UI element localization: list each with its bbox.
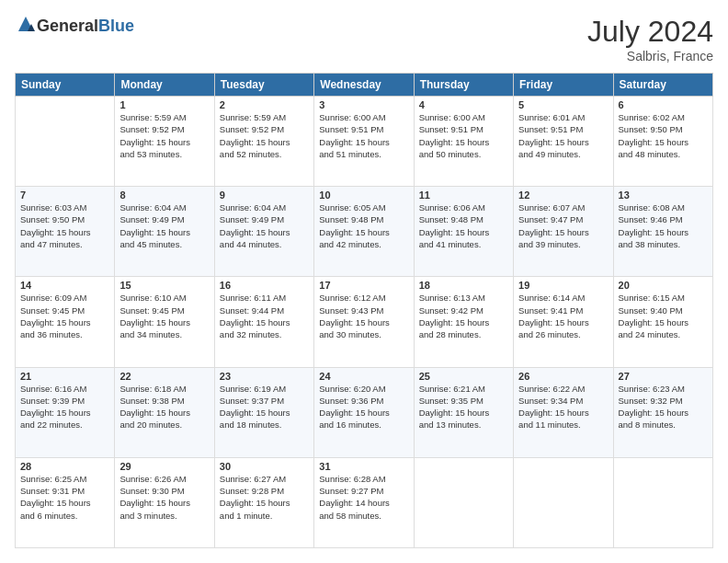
calendar-cell: 9Sunrise: 6:04 AM Sunset: 9:49 PM Daylig… (214, 187, 313, 277)
day-number: 5 (518, 99, 608, 110)
day-number: 18 (419, 280, 508, 291)
calendar-cell (514, 457, 613, 547)
location: Salbris, France (587, 49, 713, 63)
calendar-cell: 8Sunrise: 6:04 AM Sunset: 9:49 PM Daylig… (115, 187, 214, 277)
day-info: Sunrise: 5:59 AM Sunset: 9:52 PM Dayligh… (119, 111, 209, 160)
day-number: 29 (119, 461, 209, 472)
calendar-cell: 22Sunrise: 6:18 AM Sunset: 9:38 PM Dayli… (115, 367, 214, 457)
day-number: 27 (619, 371, 708, 382)
col-sunday: Sunday (16, 74, 115, 97)
day-number: 7 (20, 190, 109, 201)
day-info: Sunrise: 6:20 AM Sunset: 9:36 PM Dayligh… (319, 383, 408, 431)
day-info: Sunrise: 6:00 AM Sunset: 9:51 PM Dayligh… (419, 111, 508, 160)
calendar-cell: 16Sunrise: 6:11 AM Sunset: 9:44 PM Dayli… (214, 277, 313, 367)
col-wednesday: Wednesday (314, 74, 414, 97)
day-info: Sunrise: 6:12 AM Sunset: 9:43 PM Dayligh… (319, 292, 408, 340)
col-friday: Friday (514, 74, 613, 97)
day-number: 12 (518, 190, 608, 201)
day-number: 14 (20, 280, 109, 291)
day-info: Sunrise: 6:01 AM Sunset: 9:51 PM Dayligh… (518, 111, 608, 160)
day-info: Sunrise: 6:05 AM Sunset: 9:48 PM Dayligh… (319, 201, 408, 250)
calendar-cell: 25Sunrise: 6:21 AM Sunset: 9:35 PM Dayli… (414, 367, 513, 457)
day-number: 19 (518, 280, 608, 291)
calendar-cell (613, 457, 712, 547)
col-saturday: Saturday (613, 74, 712, 97)
month-year: July 2024 (587, 15, 713, 49)
calendar-table: Sunday Monday Tuesday Wednesday Thursday… (15, 73, 713, 548)
day-info: Sunrise: 6:27 AM Sunset: 9:28 PM Dayligh… (220, 473, 309, 522)
calendar-cell: 12Sunrise: 6:07 AM Sunset: 9:47 PM Dayli… (514, 187, 613, 277)
logo-text: General (37, 17, 98, 36)
calendar-cell: 20Sunrise: 6:15 AM Sunset: 9:40 PM Dayli… (613, 277, 712, 367)
day-info: Sunrise: 6:13 AM Sunset: 9:42 PM Dayligh… (419, 292, 508, 340)
calendar-cell: 3Sunrise: 6:00 AM Sunset: 9:51 PM Daylig… (314, 97, 414, 187)
calendar-cell: 2Sunrise: 5:59 AM Sunset: 9:52 PM Daylig… (214, 97, 313, 187)
day-number: 10 (319, 190, 408, 201)
day-number: 2 (220, 99, 309, 110)
calendar-cell: 18Sunrise: 6:13 AM Sunset: 9:42 PM Dayli… (414, 277, 513, 367)
calendar-cell: 7Sunrise: 6:03 AM Sunset: 9:50 PM Daylig… (16, 187, 115, 277)
day-number: 28 (20, 461, 109, 472)
logo-icon (15, 15, 37, 37)
day-number: 24 (319, 371, 408, 382)
calendar-week-row: 21Sunrise: 6:16 AM Sunset: 9:39 PM Dayli… (16, 367, 713, 457)
calendar-cell: 10Sunrise: 6:05 AM Sunset: 9:48 PM Dayli… (314, 187, 414, 277)
col-tuesday: Tuesday (214, 74, 313, 97)
day-number: 16 (220, 280, 309, 291)
day-number: 8 (119, 190, 209, 201)
day-number: 20 (619, 280, 708, 291)
calendar-cell: 6Sunrise: 6:02 AM Sunset: 9:50 PM Daylig… (613, 97, 712, 187)
day-number: 6 (619, 99, 708, 110)
day-info: Sunrise: 6:11 AM Sunset: 9:44 PM Dayligh… (220, 292, 309, 340)
day-number: 3 (319, 99, 408, 110)
calendar-cell: 28Sunrise: 6:25 AM Sunset: 9:31 PM Dayli… (16, 457, 115, 547)
calendar-cell: 17Sunrise: 6:12 AM Sunset: 9:43 PM Dayli… (314, 277, 414, 367)
day-info: Sunrise: 6:09 AM Sunset: 9:45 PM Dayligh… (20, 292, 109, 340)
day-info: Sunrise: 6:07 AM Sunset: 9:47 PM Dayligh… (518, 201, 608, 250)
day-info: Sunrise: 6:28 AM Sunset: 9:27 PM Dayligh… (319, 473, 408, 522)
calendar-cell: 21Sunrise: 6:16 AM Sunset: 9:39 PM Dayli… (16, 367, 115, 457)
day-info: Sunrise: 6:04 AM Sunset: 9:49 PM Dayligh… (119, 201, 209, 250)
day-info: Sunrise: 6:19 AM Sunset: 9:37 PM Dayligh… (220, 383, 309, 431)
day-number: 23 (220, 371, 309, 382)
calendar-cell: 4Sunrise: 6:00 AM Sunset: 9:51 PM Daylig… (414, 97, 513, 187)
day-info: Sunrise: 6:26 AM Sunset: 9:30 PM Dayligh… (119, 473, 209, 522)
calendar-cell: 19Sunrise: 6:14 AM Sunset: 9:41 PM Dayli… (514, 277, 613, 367)
calendar-cell: 23Sunrise: 6:19 AM Sunset: 9:37 PM Dayli… (214, 367, 313, 457)
calendar-cell: 15Sunrise: 6:10 AM Sunset: 9:45 PM Dayli… (115, 277, 214, 367)
calendar-cell: 31Sunrise: 6:28 AM Sunset: 9:27 PM Dayli… (314, 457, 414, 547)
day-info: Sunrise: 6:22 AM Sunset: 9:34 PM Dayligh… (518, 383, 608, 431)
calendar-week-row: 14Sunrise: 6:09 AM Sunset: 9:45 PM Dayli… (16, 277, 713, 367)
day-info: Sunrise: 6:21 AM Sunset: 9:35 PM Dayligh… (419, 383, 508, 431)
day-info: Sunrise: 6:25 AM Sunset: 9:31 PM Dayligh… (20, 473, 109, 522)
day-info: Sunrise: 6:18 AM Sunset: 9:38 PM Dayligh… (119, 383, 209, 431)
col-monday: Monday (115, 74, 214, 97)
calendar-cell: 27Sunrise: 6:23 AM Sunset: 9:32 PM Dayli… (613, 367, 712, 457)
calendar-cell (414, 457, 513, 547)
day-number: 4 (419, 99, 508, 110)
col-thursday: Thursday (414, 74, 513, 97)
day-info: Sunrise: 6:00 AM Sunset: 9:51 PM Dayligh… (319, 111, 408, 160)
calendar-cell: 13Sunrise: 6:08 AM Sunset: 9:46 PM Dayli… (613, 187, 712, 277)
day-info: Sunrise: 6:14 AM Sunset: 9:41 PM Dayligh… (518, 292, 608, 340)
calendar-cell (16, 97, 115, 187)
logo: GeneralBlue (15, 15, 134, 37)
calendar-cell: 1Sunrise: 5:59 AM Sunset: 9:52 PM Daylig… (115, 97, 214, 187)
day-number: 17 (319, 280, 408, 291)
calendar-cell: 29Sunrise: 6:26 AM Sunset: 9:30 PM Dayli… (115, 457, 214, 547)
page: GeneralBlue July 2024 Salbris, France Su… (0, 0, 728, 563)
calendar-cell: 26Sunrise: 6:22 AM Sunset: 9:34 PM Dayli… (514, 367, 613, 457)
day-info: Sunrise: 6:02 AM Sunset: 9:50 PM Dayligh… (619, 111, 708, 160)
day-number: 13 (619, 190, 708, 201)
day-info: Sunrise: 5:59 AM Sunset: 9:52 PM Dayligh… (220, 111, 309, 160)
calendar-week-row: 7Sunrise: 6:03 AM Sunset: 9:50 PM Daylig… (16, 187, 713, 277)
day-info: Sunrise: 6:04 AM Sunset: 9:49 PM Dayligh… (220, 201, 309, 250)
day-number: 25 (419, 371, 508, 382)
header: GeneralBlue July 2024 Salbris, France (15, 15, 713, 63)
calendar-cell: 14Sunrise: 6:09 AM Sunset: 9:45 PM Dayli… (16, 277, 115, 367)
day-info: Sunrise: 6:03 AM Sunset: 9:50 PM Dayligh… (20, 201, 109, 250)
calendar-cell: 24Sunrise: 6:20 AM Sunset: 9:36 PM Dayli… (314, 367, 414, 457)
day-number: 9 (220, 190, 309, 201)
day-info: Sunrise: 6:15 AM Sunset: 9:40 PM Dayligh… (619, 292, 708, 340)
day-info: Sunrise: 6:16 AM Sunset: 9:39 PM Dayligh… (20, 383, 109, 431)
